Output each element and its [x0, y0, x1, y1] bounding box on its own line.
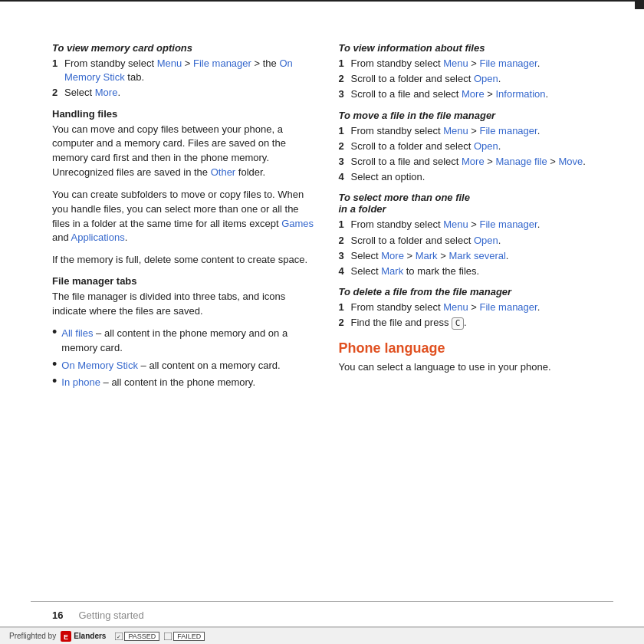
link-on-memory-stick-bullet: On Memory Stick [61, 360, 138, 371]
list-item-text: In phone – all content in the phone memo… [61, 376, 255, 390]
list-item: • On Memory Stick – all content on a mem… [52, 359, 316, 373]
step-item: 1 From standby select Menu > File manage… [339, 124, 603, 138]
link-games: Games [281, 218, 314, 229]
page-number: 16 [52, 610, 63, 621]
step-number: 4 [339, 170, 348, 184]
link-file-manager: File manager [480, 219, 537, 230]
step-number: 1 [339, 218, 348, 232]
step-text: Select More. [64, 86, 316, 100]
link-more: More [95, 87, 118, 98]
link-more: More [381, 250, 404, 261]
failed-badge-area: FAILED [164, 632, 205, 641]
link-file-manager: File manager [193, 58, 251, 69]
link-menu: Menu [443, 125, 468, 136]
failed-badge: FAILED [173, 632, 205, 641]
step-text: Select Mark to mark the files. [351, 264, 603, 278]
link-file-manager: File manager [480, 125, 537, 136]
bullet-dot: • [52, 357, 57, 373]
step-text: Scroll to a file and select More > Infor… [351, 87, 603, 101]
step-text: Find the file and press C. [351, 316, 603, 330]
step-item: 2 Find the file and press C. [339, 316, 603, 330]
link-open: Open [474, 235, 498, 246]
step-text: Select More > Mark > Mark several. [351, 249, 603, 263]
step-number: 4 [339, 264, 348, 278]
step-number: 1 [52, 57, 61, 84]
step-text: From standby select Menu > File manager. [351, 57, 603, 71]
link-menu: Menu [443, 301, 468, 313]
paragraph-handling-files-3: If the memory is full, delete some conte… [52, 253, 316, 268]
preflight-brand: Elanders [74, 632, 106, 640]
preflight-logo-area: E Elanders [61, 631, 106, 642]
link-in-phone: In phone [61, 376, 100, 388]
step-item: 1 From standby select Menu > File manage… [339, 301, 603, 314]
page-container: To view memory card options 1 From stand… [0, 0, 644, 644]
paragraph-file-manager-tabs: The file manager is divided into three t… [52, 290, 316, 319]
passed-badge-area: ✓ PASSED [115, 632, 159, 641]
step-item: 3 Select More > Mark > Mark several. [339, 249, 603, 263]
link-mark: Mark [416, 250, 438, 261]
step-item: 1 From standby select Menu > File manage… [339, 57, 603, 71]
step-text: Scroll to a folder and select Open. [351, 72, 603, 86]
link-move: Move [559, 156, 583, 167]
section-title-delete-file: To delete a file from the file manager [339, 286, 603, 297]
step-item: 3 Scroll to a file and select More > Inf… [339, 87, 603, 101]
step-number: 1 [339, 301, 348, 314]
link-more: More [462, 156, 485, 167]
passed-check-icon: ✓ [115, 632, 123, 640]
steps-view-info: 1 From standby select Menu > File manage… [339, 57, 603, 102]
step-number: 1 [339, 57, 348, 71]
phone-language-title: Phone language [339, 340, 603, 356]
link-information: Information [495, 88, 545, 100]
step-number: 2 [339, 316, 348, 330]
page-footer: 16 Getting started [52, 610, 144, 621]
step-number: 1 [339, 124, 348, 138]
phone-language-description: You can select a language to use in your… [339, 360, 603, 375]
preflight-label: Preflighted by [9, 632, 56, 640]
link-all-files: All files [61, 327, 93, 339]
step-number: 3 [339, 249, 348, 263]
section-title-select-multiple: To select more than one filein a folder [339, 192, 603, 215]
passed-badge: PASSED [124, 632, 159, 641]
step-text: From standby select Menu > File manager … [64, 57, 316, 84]
top-bar [0, 0, 644, 2]
step-item: 3 Scroll to a file and select More > Man… [339, 155, 603, 169]
link-file-manager: File manager [480, 58, 537, 69]
corner-mark [635, 0, 644, 9]
step-text: From standby select Menu > File manager. [351, 301, 603, 314]
bullet-dot: • [52, 325, 57, 356]
link-mark-several: Mark several [449, 250, 505, 261]
link-other: Other [211, 166, 236, 178]
step-item: 4 Select Mark to mark the files. [339, 264, 603, 278]
step-item: 1 From standby select Menu > File manage… [52, 57, 316, 84]
list-item: • In phone – all content in the phone me… [52, 376, 316, 390]
step-number: 2 [339, 72, 348, 86]
step-item: 2 Select More. [52, 86, 316, 100]
link-open: Open [474, 73, 498, 84]
bullet-list-tabs: • All files – all content in the phone m… [52, 327, 316, 390]
steps-view-memory: 1 From standby select Menu > File manage… [52, 57, 316, 100]
step-text: Select an option. [351, 170, 603, 184]
link-more: More [462, 88, 485, 100]
step-number: 2 [339, 140, 348, 153]
link-menu: Menu [443, 219, 468, 230]
link-menu: Menu [157, 58, 182, 69]
step-item: 2 Scroll to a folder and select Open. [339, 72, 603, 86]
steps-move-file: 1 From standby select Menu > File manage… [339, 124, 603, 185]
elanders-logo-icon: E [61, 631, 71, 642]
section-title-view-info: To view information about files [339, 42, 603, 54]
link-applications: Applications [71, 232, 125, 243]
step-item: 1 From standby select Menu > File manage… [339, 218, 603, 232]
list-item-text: All files – all content in the phone mem… [61, 327, 315, 356]
bullet-dot: • [52, 374, 57, 390]
link-file-manager: File manager [480, 301, 537, 313]
failed-box-icon [164, 632, 172, 640]
svg-rect-4 [164, 632, 172, 640]
c-key-icon: C [452, 317, 464, 330]
section-title-move-file: To move a file in the file manager [339, 110, 603, 121]
step-text: From standby select Menu > File manager. [351, 218, 603, 232]
step-item: 4 Select an option. [339, 170, 603, 184]
right-column: To view information about files 1 From s… [339, 42, 603, 583]
content-area: To view memory card options 1 From stand… [52, 42, 602, 583]
left-column: To view memory card options 1 From stand… [52, 42, 316, 583]
list-item: • All files – all content in the phone m… [52, 327, 316, 356]
